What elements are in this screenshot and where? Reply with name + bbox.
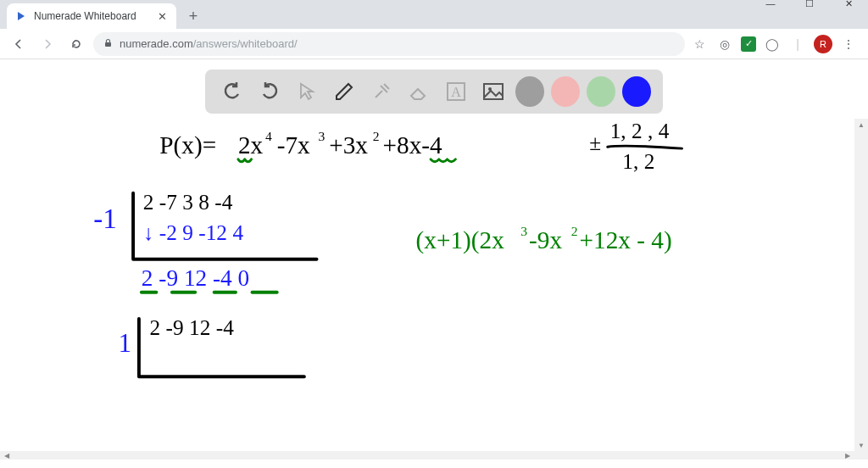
svg-text:2: 2 [571, 225, 578, 239]
factored-text: (x+1)(2x [416, 226, 505, 254]
color-gray-button[interactable] [515, 76, 544, 107]
window-minimize-button[interactable]: — [751, 0, 790, 15]
window-maximize-button[interactable]: ☐ [790, 0, 829, 15]
undo-button[interactable] [217, 75, 248, 108]
browser-tabstrip: Numerade Whiteboard ✕ + — ☐ ✕ [0, 0, 868, 29]
browser-menu-button[interactable]: ⋮ [839, 35, 858, 53]
svg-text:1, 2: 1, 2 [622, 149, 654, 173]
handwriting-svg: P(x)= 2x 4 -7x 3 +3x 2 +8x-4 1, 2 , 4 ± … [0, 120, 868, 451]
tab-title: Numerade Whiteboard [34, 10, 149, 22]
svg-text:-9x: -9x [529, 226, 562, 254]
svg-text:1, 2 , 4: 1, 2 , 4 [610, 120, 670, 142]
bookmark-star-button[interactable]: ☆ [690, 35, 709, 53]
text-tool-button[interactable]: A [441, 75, 471, 108]
syn1-row2: ↓ -2 9 -12 4 [143, 220, 244, 244]
svg-text:+3x: +3x [329, 131, 368, 159]
svg-text:3: 3 [319, 129, 326, 143]
svg-text:+12x - 4): +12x - 4) [580, 226, 672, 254]
extension-check-icon[interactable]: ✓ [741, 36, 756, 52]
syn1-result: 2 -9 12 -4 0 [142, 265, 249, 291]
address-bar[interactable]: numerade.com/answers/whiteboard/ [93, 32, 685, 56]
profile-avatar-button[interactable]: R [814, 35, 832, 53]
browser-tab[interactable]: Numerade Whiteboard ✕ [7, 3, 176, 29]
divider: | [788, 35, 807, 53]
horizontal-scrollbar[interactable]: ◀ ▶ [0, 451, 854, 460]
svg-text:+8x-4: +8x-4 [383, 131, 442, 159]
page-content: A P(x)= 2x 4 -7x 3 +3x 2 +8x-4 [0, 59, 868, 460]
svg-text:2: 2 [373, 129, 380, 143]
url-text: numerade.com/answers/whiteboard/ [120, 37, 298, 50]
extension-icon-1[interactable]: ◎ [715, 35, 734, 53]
svg-text:2x: 2x [238, 131, 264, 159]
syn2-row1: 2 -9 12 -4 [150, 316, 235, 340]
svg-text:±: ± [589, 131, 601, 154]
scroll-left-icon[interactable]: ◀ [0, 451, 14, 460]
color-pink-button[interactable] [551, 76, 580, 107]
select-tool-button[interactable] [292, 75, 322, 108]
poly-text: P(x)= [159, 131, 216, 159]
svg-rect-1 [105, 42, 111, 47]
syn1-divisor: -1 [93, 203, 117, 234]
syn1-row1: 2 -7 3 8 -4 [143, 190, 233, 214]
pen-tool-button[interactable] [329, 75, 359, 108]
toolbar-right: ☆ ◎ ✓ ◯ | R ⋮ [690, 35, 861, 53]
scroll-right-icon[interactable]: ▶ [841, 451, 854, 460]
nav-back-button[interactable] [7, 32, 31, 56]
nav-forward-button[interactable] [36, 32, 59, 56]
redo-button[interactable] [254, 75, 285, 108]
svg-text:-7x: -7x [277, 131, 310, 159]
whiteboard-canvas[interactable]: P(x)= 2x 4 -7x 3 +3x 2 +8x-4 1, 2 , 4 ± … [0, 120, 868, 451]
tab-favicon-icon [15, 10, 27, 22]
svg-rect-4 [484, 84, 503, 99]
image-tool-button[interactable] [478, 75, 509, 108]
new-tab-button[interactable]: + [181, 4, 205, 28]
svg-text:3: 3 [520, 225, 527, 239]
lock-icon [103, 38, 113, 49]
browser-toolbar: numerade.com/answers/whiteboard/ ☆ ◎ ✓ ◯… [0, 29, 868, 59]
scroll-down-icon[interactable]: ▼ [854, 439, 868, 451]
eraser-tool-button[interactable] [403, 75, 434, 108]
whiteboard-toolbar: A [205, 70, 663, 114]
tools-button[interactable] [366, 75, 397, 108]
vertical-scrollbar[interactable]: ▲ ▼ [854, 119, 868, 451]
nav-reload-button[interactable] [64, 32, 88, 56]
svg-marker-0 [18, 12, 25, 20]
svg-text:4: 4 [265, 129, 272, 143]
scroll-corner [854, 451, 868, 460]
svg-text:A: A [451, 85, 461, 99]
color-blue-button[interactable] [622, 76, 651, 107]
syn2-divisor: 1 [119, 328, 132, 358]
extension-icon-2[interactable]: ◯ [763, 35, 782, 53]
window-close-button[interactable]: ✕ [829, 0, 868, 15]
color-green-button[interactable] [587, 76, 615, 107]
tab-close-button[interactable]: ✕ [156, 10, 168, 22]
scroll-up-icon[interactable]: ▲ [854, 119, 868, 131]
